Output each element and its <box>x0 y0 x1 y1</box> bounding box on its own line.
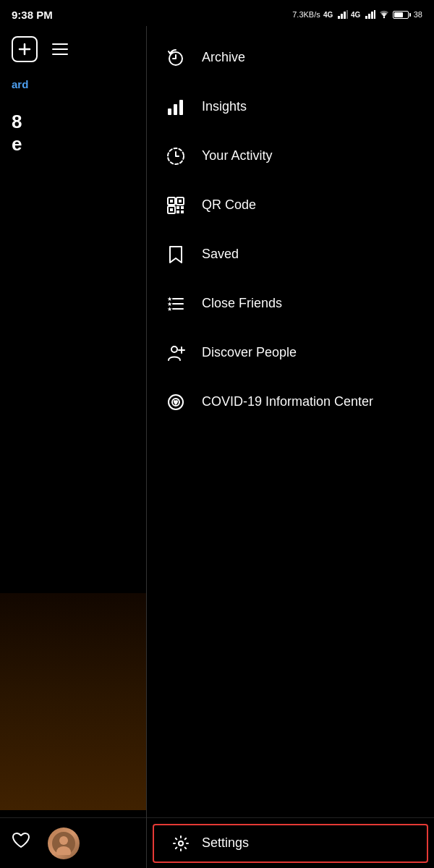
archive-icon <box>164 46 187 69</box>
left-panel-top <box>0 26 146 72</box>
activity-label: Your Activity <box>202 148 272 164</box>
wifi-icon <box>378 10 390 19</box>
network-speed: 7.3KB/s <box>292 10 320 19</box>
svg-point-41 <box>59 836 68 845</box>
menu-item-saved[interactable]: Saved <box>147 230 434 279</box>
menu-item-qr[interactable]: QR Code <box>147 181 434 230</box>
svg-rect-21 <box>179 200 182 203</box>
heart-icon[interactable] <box>12 832 30 854</box>
close-friends-icon: ★ ★ ★ <box>164 292 187 315</box>
qr-label: QR Code <box>202 197 256 213</box>
menu-item-insights[interactable]: Insights <box>147 82 434 132</box>
status-time: 9:38 PM <box>12 9 53 21</box>
svg-rect-24 <box>176 206 179 209</box>
status-bar: 9:38 PM 7.3KB/s 4G 4G <box>0 0 434 26</box>
left-bottom-bar <box>0 817 146 868</box>
svg-rect-25 <box>181 206 184 209</box>
drawer-bottom-bar: Settings <box>147 817 434 868</box>
avatar-image <box>52 832 75 855</box>
svg-rect-9 <box>374 10 375 19</box>
archive-label: Archive <box>202 49 245 66</box>
battery-indicator <box>393 11 411 19</box>
left-background-image <box>0 593 146 810</box>
signal-icon-2 <box>365 10 375 19</box>
signal-icon-1 <box>338 10 348 19</box>
avatar[interactable] <box>48 827 80 859</box>
right-drawer: Archive Insights <box>147 26 434 868</box>
svg-rect-6 <box>365 16 367 19</box>
battery-level: 38 <box>414 10 422 19</box>
svg-rect-19 <box>170 200 173 203</box>
svg-text:4G: 4G <box>323 11 333 19</box>
plus-icon <box>17 42 32 56</box>
discover-people-icon <box>164 341 187 365</box>
svg-rect-1 <box>338 16 340 19</box>
svg-rect-16 <box>179 100 183 115</box>
close-friends-label: Close Friends <box>202 295 282 312</box>
left-numbers: 8 e <box>0 96 146 170</box>
svg-rect-26 <box>176 210 179 213</box>
svg-text:4G: 4G <box>351 11 361 19</box>
menu-item-activity[interactable]: Your Activity <box>147 132 434 181</box>
left-panel: ard 8 e <box>0 26 146 868</box>
insights-icon <box>164 95 187 119</box>
svg-point-10 <box>383 17 385 18</box>
qr-code-icon <box>164 194 187 217</box>
hamburger-menu-icon[interactable] <box>52 43 68 55</box>
svg-rect-3 <box>344 12 346 19</box>
status-right-icons: 7.3KB/s 4G 4G <box>292 9 422 20</box>
left-blue-label: ard <box>0 72 146 96</box>
settings-label: Settings <box>202 835 249 851</box>
svg-point-34 <box>171 346 177 352</box>
main-layout: ard 8 e Archive <box>0 26 434 868</box>
discover-label: Discover People <box>202 344 297 361</box>
covid-label: COVID-19 Information Center <box>202 393 373 410</box>
lte-icon: 4G <box>323 9 335 20</box>
svg-rect-14 <box>168 109 171 115</box>
menu-item-covid[interactable]: COVID-19 Information Center <box>147 378 434 427</box>
settings-button[interactable]: Settings <box>153 824 428 863</box>
saved-icon <box>164 243 187 266</box>
svg-rect-23 <box>170 208 173 211</box>
svg-rect-2 <box>341 14 343 19</box>
activity-icon <box>164 145 187 168</box>
svg-rect-15 <box>174 104 177 115</box>
svg-point-39 <box>179 841 183 846</box>
insights-label: Insights <box>202 98 247 115</box>
lte-icon-2: 4G <box>351 9 362 20</box>
svg-text:★: ★ <box>167 306 172 312</box>
svg-rect-8 <box>371 12 373 19</box>
svg-rect-27 <box>181 210 184 213</box>
menu-item-close-friends[interactable]: ★ ★ ★ Close Friends <box>147 279 434 328</box>
menu-item-discover[interactable]: Discover People <box>147 328 434 378</box>
settings-gear-icon <box>171 834 190 853</box>
svg-rect-7 <box>368 14 370 19</box>
drawer-menu: Archive Insights <box>147 26 434 817</box>
svg-rect-4 <box>346 10 348 19</box>
menu-item-archive[interactable]: Archive <box>147 33 434 82</box>
covid-icon <box>164 391 187 414</box>
saved-label: Saved <box>202 246 239 263</box>
new-post-icon[interactable] <box>12 36 38 62</box>
